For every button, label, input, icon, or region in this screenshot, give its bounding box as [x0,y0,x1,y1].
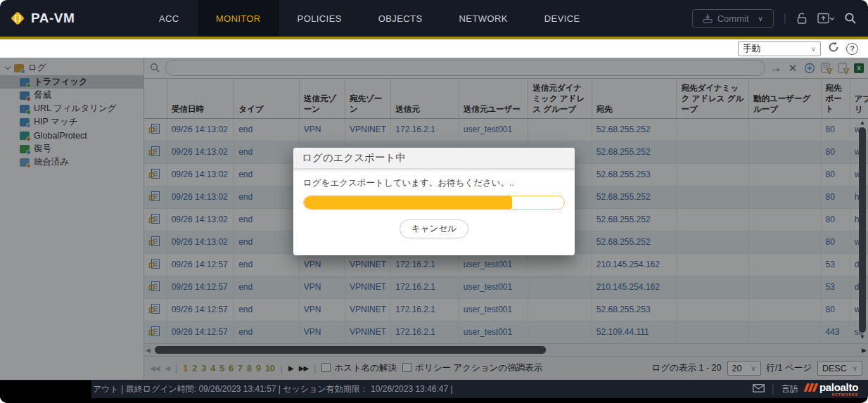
language-button[interactable]: 言語 [781,383,798,395]
paloalto-logo: paloalto NETWORKS [805,383,858,395]
device-name: PA-VM [31,11,75,26]
help-icon[interactable]: ? [846,43,858,55]
divider: | [772,383,774,395]
session-status-text: アウト | 最終ログイン時間: 09/26/2023 13:41:57 | セッ… [93,383,453,395]
tab-acc[interactable]: ACC [141,0,198,37]
refresh-icon[interactable] [827,41,840,56]
tab-monitor[interactable]: MONITOR [198,0,279,37]
pa-vm-logo-icon [10,11,25,26]
unlock-icon[interactable] [796,13,808,25]
tab-device[interactable]: DEVICE [526,0,599,37]
status-bar: アウト | 最終ログイン時間: 09/26/2023 13:41:57 | セッ… [0,380,868,398]
refresh-mode-select[interactable]: 手動 ∨ [738,41,821,56]
paloalto-slashes-icon [805,383,817,392]
chevron-down-icon: ∨ [811,45,816,53]
alarm-envelope-icon[interactable] [753,384,765,395]
global-search-icon[interactable] [844,12,857,25]
chevron-down-icon: ∨ [758,15,763,23]
nav-right-controls: Commit ∨ | [692,9,868,28]
commit-icon [703,14,713,23]
progress-bar-fill [304,196,512,209]
brand: PA-VM [0,11,141,26]
commit-button[interactable]: Commit ∨ [692,9,774,28]
export-log-dialog: ログのエクスポート中 ログをエクスポートしています。お待ちください。.. キャン… [293,148,575,255]
commit-label: Commit [717,13,749,24]
tab-network[interactable]: NETWORK [441,0,526,37]
redaction-box [0,380,91,399]
nav-tabs: ACCMONITORPOLICIESOBJECTSNETWORKDEVICE [141,0,599,37]
dialog-title: ログのエクスポート中 [293,148,575,169]
window-bottom-edge [0,398,868,403]
tab-policies[interactable]: POLICIES [279,0,360,37]
utility-bar: 手動 ∨ ? [0,39,868,58]
top-nav: PA-VM ACCMONITORPOLICIESOBJECTSNETWORKDE… [0,0,868,37]
progress-bar [303,196,565,210]
dialog-message: ログをエクスポートしています。お待ちください。.. [303,177,565,189]
tab-objects[interactable]: OBJECTS [360,0,441,37]
cancel-button[interactable]: キャンセル [400,219,468,238]
export-config-icon[interactable] [817,13,834,25]
pan-os-webui: PA-VM ACCMONITORPOLICIESOBJECTSNETWORKDE… [0,0,868,403]
divider: | [784,12,786,25]
refresh-mode-value: 手動 [743,43,760,55]
